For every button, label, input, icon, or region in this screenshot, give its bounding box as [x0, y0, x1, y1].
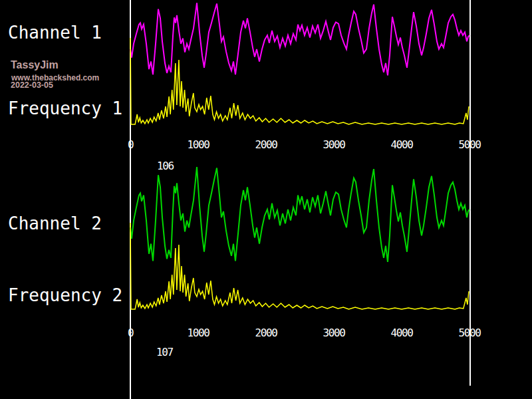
axis1-tick-4000: 4000: [391, 140, 413, 150]
axis2-tick-3000: 3000: [323, 328, 345, 338]
axis2-tick-4000: 4000: [391, 328, 413, 338]
channel1-label: Channel 1: [8, 24, 102, 41]
channel2-trace: [130, 167, 469, 262]
plot-canvas: [0, 0, 532, 399]
frequency2-trace: [130, 223, 469, 309]
watermark-author: TassyJim: [11, 60, 59, 70]
channel1-trace: [130, 3, 469, 75]
frequency1-trace: [130, 38, 469, 124]
frequency1-label: Frequency 1: [8, 100, 122, 117]
peak2-value: 107: [156, 347, 173, 358]
axis1-tick-2000: 2000: [255, 140, 277, 150]
axis1-tick-5000: 5000: [459, 140, 481, 150]
frequency2-label: Frequency 2: [8, 287, 122, 304]
axis2-tick-5000: 5000: [459, 328, 481, 338]
axis1-tick-1000: 1000: [188, 140, 209, 150]
watermark-date: 2022-03-05: [11, 81, 53, 90]
channel2-label: Channel 2: [8, 215, 102, 232]
peak1-value: 106: [157, 161, 174, 172]
oscilloscope-screen: Channel 1 TassyJim www.thebackshed.com 2…: [0, 0, 532, 399]
axis2-tick-0: 0: [128, 328, 133, 338]
axis2-tick-2000: 2000: [255, 328, 277, 338]
axis2-tick-1000: 1000: [188, 328, 209, 338]
axis1-tick-3000: 3000: [323, 140, 345, 150]
axis1-tick-0: 0: [128, 140, 133, 150]
